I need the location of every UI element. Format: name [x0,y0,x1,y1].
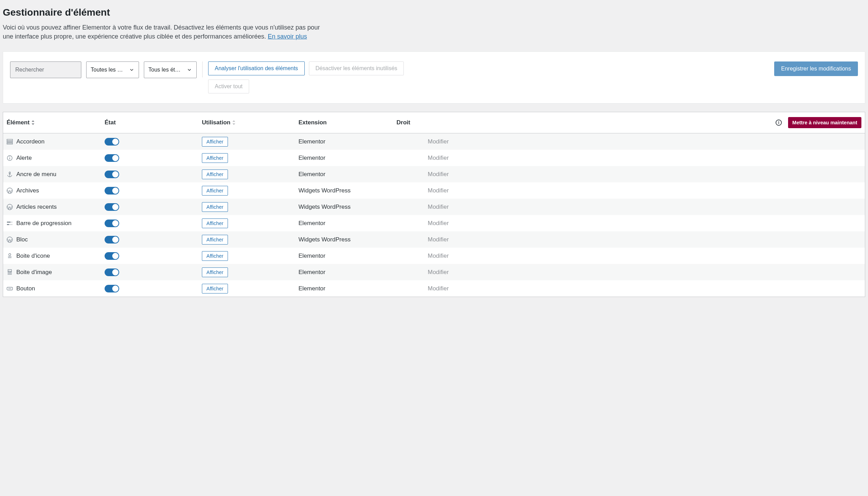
extension-name: Elementor [298,220,325,227]
table-row: Articles recents Afficher Widgets WordPr… [3,199,865,215]
element-type-icon [7,171,13,177]
sort-icon [31,120,35,125]
table-row: Alerte Afficher Elementor Modifier [3,150,865,166]
show-usage-button[interactable]: Afficher [202,170,228,179]
state-toggle[interactable] [105,154,119,162]
filter-status-select[interactable]: Tous les ét… [144,61,197,78]
extension-name: Widgets WordPress [298,187,351,194]
state-toggle[interactable] [105,187,119,195]
edit-action[interactable]: Modifier [428,269,449,276]
extension-name: Widgets WordPress [298,236,351,243]
element-name: Bouton [16,285,35,292]
page-description: Voici où vous pouvez affiner Elementor à… [3,23,329,41]
edit-action[interactable]: Modifier [428,220,449,227]
save-button[interactable]: Enregistrer les modifications [774,61,858,76]
column-header-state: État [105,119,202,126]
edit-action[interactable]: Modifier [428,171,449,178]
show-usage-button[interactable]: Afficher [202,186,228,196]
svg-marker-4 [232,120,235,122]
filter-status-label: Tous les ét… [148,67,180,73]
extension-name: Elementor [298,253,325,259]
svg-marker-5 [232,123,235,125]
element-name: Ancre de menu [16,171,56,178]
chevron-down-icon [187,67,192,73]
table-row: Bouton Afficher Elementor Modifier [3,280,865,297]
edit-action[interactable]: Modifier [428,138,449,145]
element-name: Archives [16,187,39,194]
element-type-icon [7,286,13,292]
show-usage-button[interactable]: Afficher [202,235,228,245]
svg-point-11 [9,156,10,157]
filter-extension-label: Toutes les e… [91,67,125,73]
element-type-icon [7,139,13,145]
edit-action[interactable]: Modifier [428,285,449,292]
extension-name: Widgets WordPress [298,204,351,210]
show-usage-button[interactable]: Afficher [202,267,228,277]
disable-unused-button[interactable]: Désactiver les éléments inutilisés [309,61,404,75]
column-header-element[interactable]: Élément [7,119,105,126]
page-title: Gestionnaire d'élément [3,7,865,18]
element-type-icon [7,220,13,226]
scan-usage-button[interactable]: Analyser l'utilisation des éléments [208,61,305,75]
element-type-icon [7,269,13,275]
state-toggle[interactable] [105,138,119,146]
search-input-wrap[interactable] [10,61,81,78]
column-header-usage-label: Utilisation [202,119,230,126]
element-type-icon [7,253,13,259]
element-type-icon [7,204,13,210]
edit-action[interactable]: Modifier [428,204,449,210]
info-icon[interactable]: i [776,119,782,126]
state-toggle[interactable] [105,285,119,292]
column-header-usage[interactable]: Utilisation [202,119,298,126]
svg-rect-6 [7,139,13,141]
show-usage-button[interactable]: Afficher [202,251,228,261]
svg-marker-2 [32,120,34,122]
table-row: Accordeon Afficher Elementor Modifier [3,133,865,150]
element-type-icon [7,155,13,161]
svg-point-22 [9,254,11,256]
state-toggle[interactable] [105,203,119,211]
extension-name: Elementor [298,155,325,162]
enable-all-button[interactable]: Activer tout [208,80,249,93]
extension-name: Elementor [298,269,325,276]
elements-table: Élément État Utilisation Extension Droit… [3,112,865,297]
table-body: Accordeon Afficher Elementor Modifier Al… [3,133,865,297]
column-header-element-label: Élément [7,119,30,126]
edit-action[interactable]: Modifier [428,253,449,259]
element-type-icon [7,188,13,194]
state-toggle[interactable] [105,220,119,227]
element-name: Barre de progression [16,220,72,227]
show-usage-button[interactable]: Afficher [202,202,228,212]
learn-more-link[interactable]: En savoir plus [268,33,307,40]
upgrade-now-button[interactable]: Mettre à niveau maintenant [788,117,861,128]
element-name: Alerte [16,155,32,162]
svg-rect-20 [7,224,9,225]
show-usage-button[interactable]: Afficher [202,153,228,163]
state-toggle[interactable] [105,171,119,178]
svg-rect-18 [7,222,10,223]
state-toggle[interactable] [105,268,119,276]
svg-marker-3 [32,123,34,125]
state-toggle[interactable] [105,236,119,243]
search-input[interactable] [15,66,85,73]
state-toggle[interactable] [105,252,119,260]
table-row: Bloc Afficher Widgets WordPress Modifier [3,231,865,248]
edit-action[interactable]: Modifier [428,236,449,243]
table-row: Archives Afficher Widgets WordPress Modi… [3,182,865,199]
show-usage-button[interactable]: Afficher [202,218,228,228]
svg-rect-8 [7,143,13,144]
extension-name: Elementor [298,138,325,145]
column-header-right: Droit [396,119,428,126]
filter-extension-select[interactable]: Toutes les e… [86,61,139,78]
extension-name: Elementor [298,285,325,292]
toolbar: Toutes les e… Tous les ét… Analyser l'ut… [3,51,865,104]
table-row: Barre de progression Afficher Elementor … [3,215,865,231]
edit-action[interactable]: Modifier [428,155,449,162]
sort-icon [232,120,236,125]
edit-action[interactable]: Modifier [428,187,449,194]
show-usage-button[interactable]: Afficher [202,284,228,294]
extension-name: Elementor [298,171,325,178]
show-usage-button[interactable]: Afficher [202,137,228,147]
table-row: Boite d'icone Afficher Elementor Modifie… [3,248,865,264]
column-header-extension-label: Extension [298,119,327,126]
